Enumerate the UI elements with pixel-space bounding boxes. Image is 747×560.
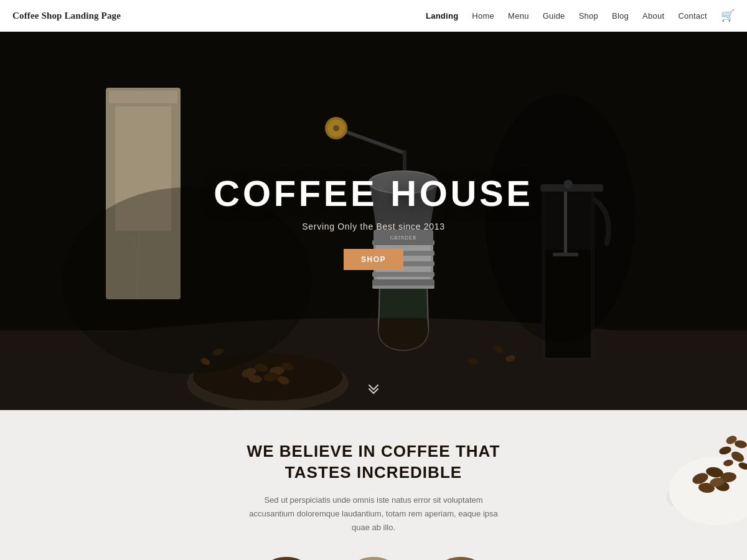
svg-rect-33 — [372, 286, 435, 289]
svg-point-62 — [723, 459, 733, 467]
svg-point-51 — [691, 471, 710, 486]
site-header: Coffee Shop Landing Page Landing Home Me… — [0, 0, 747, 32]
site-title: Coffee Shop Landing Page — [12, 11, 121, 21]
beans-decoration — [622, 410, 747, 547]
svg-point-54 — [713, 479, 730, 493]
shop-button[interactable]: SHOP — [344, 249, 403, 270]
nav-contact[interactable]: Contact — [678, 11, 707, 21]
scroll-indicator[interactable] — [367, 383, 380, 396]
circle-item-3 — [426, 557, 495, 560]
hero-section: GRINDER — [0, 32, 747, 410]
circle-item-2 — [339, 557, 408, 560]
svg-point-61 — [738, 461, 747, 471]
nav-menu[interactable]: Menu — [508, 11, 529, 21]
svg-rect-29 — [372, 272, 435, 277]
svg-point-49 — [666, 478, 747, 516]
lower-section: WE BELIEVE IN COFFEE THAT TASTES INCREDI… — [0, 410, 747, 560]
svg-point-53 — [720, 472, 736, 483]
lower-heading: WE BELIEVE IN COFFEE THAT TASTES INCREDI… — [218, 441, 529, 483]
nav-home[interactable]: Home — [472, 11, 494, 21]
svg-point-59 — [734, 439, 747, 449]
hero-title: COFFEE HOUSE — [214, 172, 533, 214]
svg-point-52 — [705, 466, 724, 479]
svg-point-19 — [333, 125, 339, 131]
lower-body-text: Sed ut perspiciatis unde omnis iste natu… — [243, 493, 504, 534]
nav-landing[interactable]: Landing — [426, 11, 458, 21]
hero-subtitle: Serving Only the Best since 2013 — [214, 222, 533, 231]
circles-row — [252, 557, 495, 560]
nav-guide[interactable]: Guide — [543, 11, 565, 21]
svg-point-55 — [698, 482, 715, 493]
nav-blog[interactable]: Blog — [612, 11, 629, 21]
scroll-chevrons — [367, 383, 380, 396]
svg-point-56 — [709, 477, 725, 488]
hero-content: COFFEE HOUSE Serving Only the Best since… — [214, 172, 533, 270]
svg-point-50 — [669, 457, 747, 525]
circle-item-1 — [252, 557, 321, 560]
nav-about[interactable]: About — [642, 11, 664, 21]
main-nav: Landing Home Menu Guide Shop Blog About … — [426, 9, 735, 22]
nav-shop[interactable]: Shop — [579, 11, 598, 21]
svg-point-57 — [730, 449, 746, 464]
svg-point-60 — [725, 434, 738, 446]
cart-icon[interactable]: 🛒 — [721, 9, 735, 22]
svg-point-58 — [718, 446, 732, 456]
